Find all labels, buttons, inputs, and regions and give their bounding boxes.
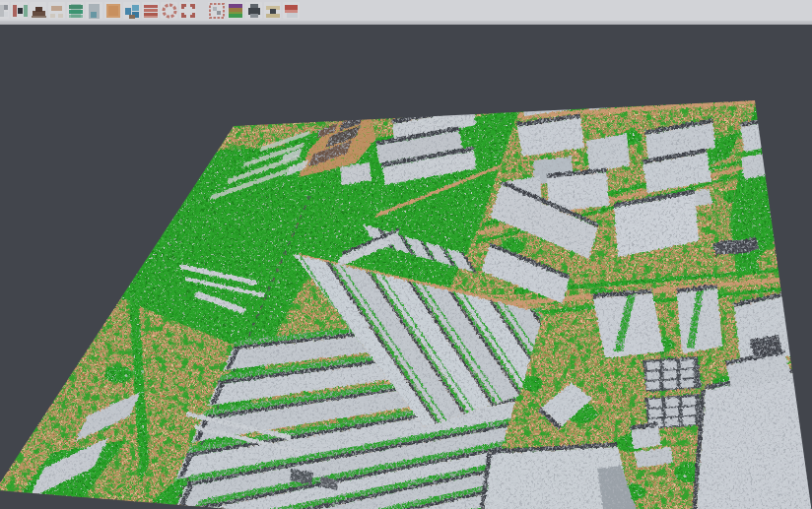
red-stack-icon: [143, 3, 159, 19]
profile-view-icon: [87, 3, 102, 19]
rect-select-icon: [180, 3, 196, 19]
main-toolbar: [0, 0, 812, 21]
application-window: { "app": { "name": "LiDAR point cloud vi…: [0, 0, 812, 509]
classify-buildings-icon-button[interactable]: [30, 2, 46, 19]
classify-by-echo-icon: [0, 3, 9, 19]
terrain-tile: [0, 70, 812, 509]
colormap-icon-button[interactable]: [227, 2, 243, 19]
point-cloud-3d-icon: [124, 3, 140, 19]
print-icon-button[interactable]: [245, 2, 262, 19]
point-cloud-scene: [0, 0, 812, 509]
rect-select-icon-button[interactable]: [179, 2, 196, 19]
print-icon: [246, 3, 262, 19]
window-red-icon: [284, 3, 300, 19]
grid-select-icon: [209, 3, 225, 19]
orange-tile-icon: [105, 3, 121, 19]
profile-view-icon-button[interactable]: [86, 2, 102, 19]
classify-ground-icon: [12, 3, 28, 19]
classify-buildings-icon: [31, 3, 46, 19]
orange-tile-icon-button[interactable]: [104, 2, 121, 19]
vehicle-icon-button[interactable]: [264, 2, 281, 19]
classify-vegetation-icon: [68, 3, 84, 19]
classify-vegetation-icon-button[interactable]: [67, 2, 84, 19]
classify-by-echo-icon-button[interactable]: [0, 2, 9, 19]
grid-select-icon-button[interactable]: [208, 2, 225, 19]
vehicle-icon: [265, 3, 281, 19]
colormap-icon: [228, 3, 243, 19]
classify-ground-icon-button[interactable]: [11, 2, 28, 19]
classify-low-points-icon-button[interactable]: [48, 2, 65, 19]
window-red-icon-button[interactable]: [283, 2, 300, 19]
red-stack-icon-button[interactable]: [142, 2, 159, 19]
circle-select-icon: [162, 3, 177, 19]
classify-low-points-icon: [49, 3, 65, 19]
circle-select-icon-button[interactable]: [161, 2, 177, 19]
point-cloud-viewport[interactable]: [0, 0, 812, 509]
point-cloud-3d-icon-button[interactable]: [123, 2, 140, 19]
